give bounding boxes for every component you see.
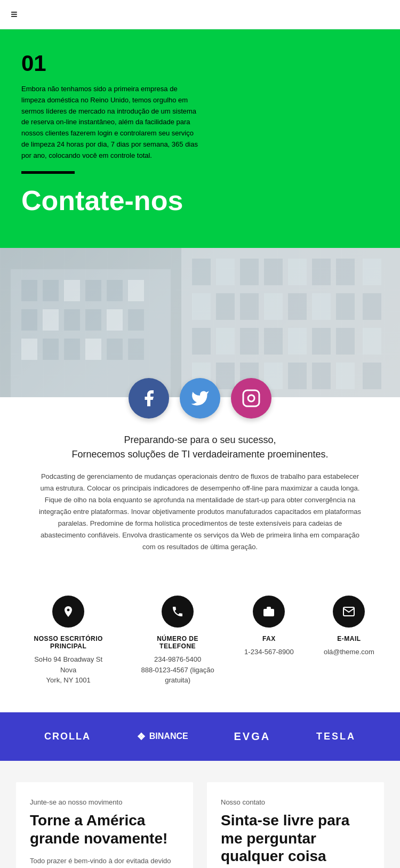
svg-rect-34 xyxy=(312,293,331,320)
svg-rect-39 xyxy=(240,328,259,355)
contact-email: E-MAIL olá@theme.com xyxy=(324,596,374,657)
building-svg xyxy=(0,248,400,397)
svg-rect-31 xyxy=(240,293,259,320)
svg-rect-32 xyxy=(264,293,283,320)
hamburger-icon[interactable]: ≡ xyxy=(11,7,18,21)
svg-rect-37 xyxy=(192,328,211,355)
svg-rect-49 xyxy=(288,363,307,389)
brand-tesla: TESLA xyxy=(316,731,356,742)
svg-rect-3 xyxy=(21,280,37,301)
svg-rect-14 xyxy=(128,309,144,331)
it-body: Podcasting de gerenciamento de mudanças … xyxy=(35,471,365,553)
svg-rect-18 xyxy=(85,339,101,360)
svg-rect-7 xyxy=(107,280,123,301)
phone-value: 234-9876-5400888-0123-4567 (ligaçãogratu… xyxy=(141,654,214,686)
svg-rect-21 xyxy=(192,259,211,285)
brand-crolla: CROLLA xyxy=(44,731,91,742)
right-column: Nosso contato Sinta-se livre para me per… xyxy=(207,782,384,868)
it-headline2: Fornecemos soluções de TI verdadeirament… xyxy=(21,449,379,460)
hero-divider xyxy=(21,171,75,174)
fax-value: 1-234-567-8900 xyxy=(244,647,294,657)
join-title: Torne a América grande novamente! xyxy=(30,811,179,847)
svg-rect-26 xyxy=(312,259,331,285)
instagram-icon[interactable] xyxy=(231,378,271,419)
hero-section: 01 Embora não tenhamos sido a primeira e… xyxy=(0,29,400,248)
svg-rect-4 xyxy=(43,280,59,301)
email-icon xyxy=(333,596,365,628)
contact-section-title: Sinta-se livre para me perguntar qualque… xyxy=(221,811,370,865)
svg-rect-30 xyxy=(216,293,235,320)
svg-rect-55 xyxy=(263,609,274,616)
svg-rect-51 xyxy=(336,363,355,389)
join-label: Junte-se ao nosso movimento xyxy=(30,798,179,806)
svg-rect-36 xyxy=(363,293,381,320)
svg-rect-35 xyxy=(336,293,355,320)
svg-rect-15 xyxy=(21,339,37,360)
svg-rect-38 xyxy=(216,328,235,355)
brand-binance: BINANCE xyxy=(137,732,188,741)
office-label: NOSSO ESCRITÓRIOPRINCIPAL xyxy=(34,635,102,650)
join-body1: Todo prazer é bem-vindo à dor evitada de… xyxy=(30,856,179,868)
brand-evga: EVGA xyxy=(234,730,271,743)
fax-icon xyxy=(253,596,285,628)
svg-rect-16 xyxy=(43,339,59,360)
contact-fax: FAX 1-234-567-8900 xyxy=(244,596,294,657)
svg-rect-52 xyxy=(363,363,381,389)
svg-rect-43 xyxy=(336,328,355,355)
svg-rect-6 xyxy=(85,280,101,301)
brand-bar: CROLLA BINANCE EVGA TESLA xyxy=(0,712,400,761)
svg-rect-40 xyxy=(264,328,283,355)
social-icons-row xyxy=(129,378,271,419)
office-value: SoHo 94 Broadway St NovaYork, NY 1001 xyxy=(26,654,111,686)
it-headline1: Preparando-se para o seu sucesso, xyxy=(21,435,379,446)
location-icon xyxy=(52,596,84,628)
facebook-icon[interactable] xyxy=(129,378,169,419)
svg-rect-44 xyxy=(363,328,381,355)
phone-label: NÚMERO DETELEFONE xyxy=(157,635,198,650)
svg-rect-29 xyxy=(192,293,211,320)
svg-rect-28 xyxy=(363,259,381,285)
svg-rect-12 xyxy=(85,309,101,331)
svg-rect-17 xyxy=(64,339,80,360)
svg-rect-22 xyxy=(216,259,235,285)
header: ≡ xyxy=(0,0,400,29)
phone-icon xyxy=(162,596,194,628)
hero-body: Embora não tenhamos sido a primeira empr… xyxy=(21,84,203,162)
svg-rect-11 xyxy=(64,309,80,331)
contact-section-label: Nosso contato xyxy=(221,798,370,806)
svg-rect-19 xyxy=(107,339,123,360)
it-section: Preparando-se para o seu sucesso, Fornec… xyxy=(0,397,400,575)
svg-rect-5 xyxy=(64,280,80,301)
hero-number: 01 xyxy=(21,51,379,76)
contact-office: NOSSO ESCRITÓRIOPRINCIPAL SoHo 94 Broadw… xyxy=(26,596,111,686)
svg-rect-20 xyxy=(128,339,144,360)
building-section xyxy=(0,248,400,397)
svg-rect-23 xyxy=(240,259,259,285)
svg-rect-13 xyxy=(107,309,123,331)
svg-rect-25 xyxy=(288,259,307,285)
contact-info-section: NOSSO ESCRITÓRIOPRINCIPAL SoHo 94 Broadw… xyxy=(0,574,400,712)
bottom-section: Junte-se ao nosso movimento Torne a Amér… xyxy=(0,761,400,868)
twitter-icon[interactable] xyxy=(180,378,220,419)
svg-rect-27 xyxy=(336,259,355,285)
svg-rect-41 xyxy=(288,328,307,355)
svg-rect-9 xyxy=(21,309,37,331)
svg-rect-53 xyxy=(243,390,259,406)
email-value: olá@theme.com xyxy=(324,647,374,657)
svg-rect-42 xyxy=(312,328,331,355)
fax-label: FAX xyxy=(262,635,276,642)
svg-rect-24 xyxy=(264,259,283,285)
left-column: Junte-se ao nosso movimento Torne a Amér… xyxy=(16,782,193,868)
hero-title: Contate-nos xyxy=(21,186,379,216)
svg-rect-50 xyxy=(312,363,331,389)
svg-rect-8 xyxy=(128,280,144,301)
email-label: E-MAIL xyxy=(337,635,361,642)
svg-rect-10 xyxy=(43,309,59,331)
svg-rect-33 xyxy=(288,293,307,320)
contact-phone: NÚMERO DETELEFONE 234-9876-5400888-0123-… xyxy=(141,596,214,686)
